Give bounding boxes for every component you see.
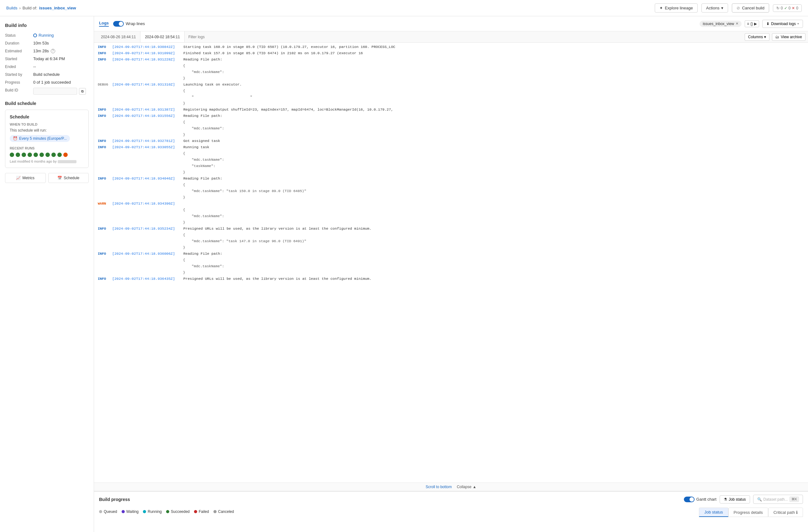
copy-build-id-button[interactable]: ⧉	[79, 88, 86, 95]
run-dot-2[interactable]	[22, 153, 26, 157]
collapse-button[interactable]: Collapse ▲	[457, 485, 476, 489]
logs-tab[interactable]: Logs	[99, 21, 109, 26]
run-dot-7[interactable]	[51, 153, 56, 157]
log-file-chip: issues_inbox_view ✕	[700, 21, 741, 27]
explore-lineage-button[interactable]: ✦ Explore lineage	[655, 3, 698, 13]
run-dot-4[interactable]	[34, 153, 38, 157]
log-line: INFO[2024-09-02T17:44:18.936435Z] Presig…	[94, 276, 808, 282]
log-timestamp[interactable]: [2024-09-02T17:44:18.932781Z]	[112, 138, 181, 144]
progress-tab-job-status[interactable]: Job status	[699, 508, 728, 517]
legend-item-failed: Failed	[194, 510, 209, 514]
log-json-line: }	[182, 270, 185, 275]
download-logs-button[interactable]: ⬇ Download logs ▾	[762, 20, 803, 28]
log-message: Reading File path:	[181, 113, 222, 118]
schedule-run-text: This schedule will run:	[10, 128, 84, 133]
log-timestamp[interactable]: [2024-09-02T17:44:18.931387Z]	[112, 107, 181, 112]
log-line: {	[94, 88, 808, 94]
schedule-button[interactable]: 📅 Schedule	[48, 173, 89, 183]
log-json-line: {	[182, 151, 185, 156]
legend-dot-waiting	[122, 510, 125, 513]
log-json-line: "mdc.taskName":	[182, 69, 224, 75]
build-counters: ↻ 0 ✓ 0 ✕ 0	[773, 4, 802, 12]
breadcrumb-builds-link[interactable]: Builds	[6, 6, 17, 10]
log-line: "mdc.taskName":	[94, 69, 808, 75]
log-line: WARN[2024-09-02T17:44:18.934390Z]	[94, 201, 808, 207]
log-timestamp[interactable]: [2024-09-02T17:44:18.934390Z]	[112, 201, 181, 206]
progress-tab-critical-path[interactable]: Critical path ℹ	[768, 508, 803, 517]
scroll-to-bottom-button[interactable]: Scroll to bottom	[426, 485, 452, 489]
log-timestamp[interactable]: [2024-09-02T17:44:18.934046Z]	[112, 176, 181, 181]
run-dot-1[interactable]	[16, 153, 20, 157]
search-icon: 🔍	[757, 497, 762, 501]
log-json-line: "mdc.taskName":	[182, 213, 224, 219]
breadcrumb-build-name-link[interactable]: issues_inbox_view	[39, 6, 76, 10]
estimated-help-icon[interactable]: ?	[51, 49, 55, 53]
log-timestamp[interactable]: [2024-09-02T17:44:18.931310Z]	[112, 82, 181, 87]
log-timestamp[interactable]: [2024-09-02T17:44:18.930842Z]	[112, 44, 181, 50]
log-timestamp[interactable]: [2024-09-02T17:44:18.936435Z]	[112, 276, 181, 281]
legend-label-queued: Queued	[104, 510, 117, 514]
info-row-started: Started Today at 6:34 PM	[5, 56, 89, 61]
log-json-line: }	[182, 132, 185, 137]
actions-button[interactable]: Actions ▾	[701, 3, 729, 13]
log-json-line: }	[182, 100, 185, 106]
metrics-button[interactable]: 📈 Metrics	[5, 173, 46, 183]
legend-item-queued: Queued	[99, 510, 117, 514]
columns-button[interactable]: Columns ▾	[745, 33, 769, 41]
close-log-file-icon[interactable]: ✕	[736, 22, 738, 26]
log-line: }	[94, 269, 808, 276]
filter-icon: ⚗	[724, 497, 727, 501]
started-value: Today at 6:34 PM	[33, 56, 65, 61]
date-tab-1[interactable]: 2024-08-26 18:44:11	[96, 31, 141, 42]
log-line: {	[94, 150, 808, 157]
log-timestamp[interactable]: [2024-09-02T17:44:18.931556Z]	[112, 113, 181, 118]
build-id-input[interactable]	[33, 88, 77, 95]
progress-tab-row: Job statusProgress detailsCritical path …	[699, 508, 803, 517]
view-archive-button[interactable]: 🗂 View archive	[772, 33, 806, 41]
run-dot-3[interactable]	[27, 153, 32, 157]
log-timestamp[interactable]: [2024-09-02T17:44:18.931228Z]	[112, 57, 181, 62]
wrap-lines-switch[interactable]	[113, 21, 124, 26]
run-dot-6[interactable]	[45, 153, 50, 157]
job-status-filter-button[interactable]: ⚗ Job status	[720, 495, 750, 504]
play-icon: ▶	[754, 22, 757, 26]
log-message: Got assigned task	[181, 138, 220, 144]
progress-label: Progress	[5, 80, 33, 84]
date-tab-2[interactable]: 2024-09-02 18:54:11	[141, 31, 184, 42]
filter-logs-input[interactable]	[185, 35, 745, 39]
progress-tab-progress-details[interactable]: Progress details	[729, 508, 768, 517]
schedule-title: Schedule	[10, 114, 84, 119]
log-timestamp[interactable]: [2024-09-02T17:44:18.935234Z]	[112, 226, 181, 231]
gantt-switch[interactable]	[684, 497, 695, 502]
status-running-icon	[33, 34, 37, 37]
log-line: INFO[2024-09-02T17:44:18.934046Z] Readin…	[94, 175, 808, 182]
log-message: Presigned URLs will be used, as the libr…	[181, 276, 371, 281]
log-json-line: {	[182, 207, 185, 212]
dataset-path-input[interactable]: 🔍 Dataset path... ⌘K	[753, 495, 803, 504]
run-dot-0[interactable]	[10, 153, 14, 157]
status-value: Running	[33, 33, 54, 38]
log-line: INFO[2024-09-02T17:44:18.933055Z] Runnin…	[94, 144, 808, 150]
log-line: " "	[94, 94, 808, 100]
cancel-build-button[interactable]: ⊘ Cancel build	[732, 3, 769, 13]
log-line: INFO[2024-09-02T17:44:18.936006Z] Readin…	[94, 251, 808, 257]
run-dot-8[interactable]	[57, 153, 62, 157]
cancel-icon: ⊘	[737, 6, 740, 10]
log-timestamp[interactable]: [2024-09-02T17:44:18.936006Z]	[112, 251, 181, 256]
legend-label-canceled: Canceled	[218, 510, 234, 514]
legend-item-waiting: Waiting	[122, 510, 139, 514]
schedule-chip[interactable]: ⏰ Every 5 minutes (Europe/P...	[10, 135, 70, 142]
log-message: Reading File path:	[181, 57, 222, 62]
breadcrumb-sep1: ›	[19, 6, 20, 10]
legend-dot-canceled	[214, 510, 217, 513]
log-line: {	[94, 182, 808, 188]
duration-label: Duration	[5, 41, 33, 45]
log-message: Finished task 157.0 in stage 85.0 (TID 6…	[181, 51, 363, 56]
log-timestamp[interactable]: [2024-09-02T17:44:18.933055Z]	[112, 145, 181, 150]
x-icon: ✕	[792, 6, 795, 10]
log-message: Reading File path:	[181, 251, 222, 256]
log-json-line: }	[182, 220, 185, 225]
run-dot-9[interactable]	[63, 153, 68, 157]
log-timestamp[interactable]: [2024-09-02T17:44:18.931099Z]	[112, 51, 181, 56]
run-dot-5[interactable]	[39, 153, 44, 157]
